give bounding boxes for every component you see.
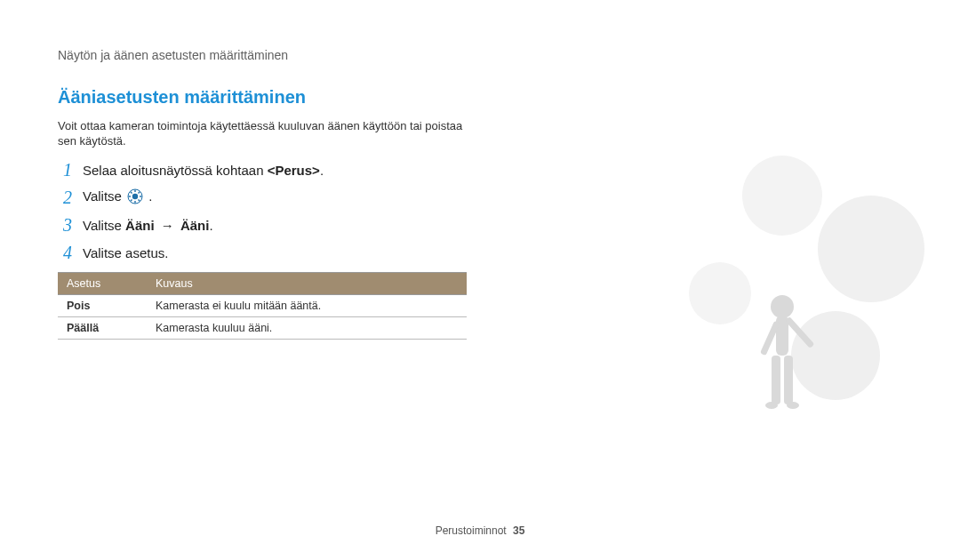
step-3: 3 Valitse Ääni → Ääni. [58, 215, 484, 236]
menu-path-b: Ääni [180, 218, 210, 233]
svg-line-21 [139, 192, 140, 194]
svg-line-19 [139, 199, 140, 201]
svg-point-10 [765, 402, 778, 409]
step-text: Valitse [83, 218, 125, 233]
svg-line-20 [131, 199, 132, 201]
step-target: <Perus> [268, 163, 320, 178]
settings-table: Asetus Kuvaus Pois Kamerasta ei kuulu mi… [58, 272, 467, 340]
cell-setting: Päällä [58, 316, 147, 339]
svg-line-18 [131, 192, 132, 194]
step-number: 2 [58, 188, 77, 208]
step-text-post: . [148, 188, 152, 204]
breadcrumb: Näytön ja äänen asetusten määrittäminen [58, 48, 902, 62]
step-text-post: . [320, 163, 324, 178]
cell-setting: Pois [58, 294, 147, 316]
intro-text: Voit ottaa kameran toimintoja käytettäes… [58, 119, 476, 149]
step-text-post: . [209, 218, 212, 233]
page-footer: Perustoiminnot 35 [0, 524, 960, 537]
cell-description: Kamerasta ei kuulu mitään ääntä. [147, 294, 467, 316]
menu-path-a: Ääni [125, 218, 155, 233]
step-text: Valitse asetus. [83, 245, 168, 260]
svg-point-13 [132, 194, 138, 199]
section-title: Ääniasetusten määrittäminen [58, 87, 902, 108]
svg-point-11 [787, 402, 799, 409]
table-row: Päällä Kamerasta kuuluu ääni. [58, 316, 467, 339]
step-number: 1 [58, 160, 77, 180]
col-setting: Asetus [58, 272, 147, 294]
col-description: Kuvaus [147, 272, 467, 294]
step-4: 4 Valitse asetus. [58, 243, 484, 263]
steps-list: 1 Selaa aloitusnäytössä kohtaan <Perus>.… [58, 160, 484, 263]
page-number: 35 [513, 524, 524, 537]
cell-description: Kamerasta kuuluu ääni. [147, 316, 467, 339]
arrow-icon: → [161, 218, 174, 233]
svg-rect-6 [772, 356, 780, 404]
gear-icon [127, 188, 143, 207]
step-number: 3 [58, 215, 77, 236]
table-row: Pois Kamerasta ei kuulu mitään ääntä. [58, 294, 467, 316]
step-text: Selaa aloitusnäytössä kohtaan [83, 163, 268, 178]
table-header-row: Asetus Kuvaus [58, 272, 467, 294]
step-number: 4 [58, 243, 77, 263]
step-1: 1 Selaa aloitusnäytössä kohtaan <Perus>. [58, 160, 484, 180]
svg-rect-7 [784, 356, 793, 404]
step-text: Valitse [83, 188, 125, 204]
step-2: 2 Valitse [58, 188, 484, 208]
footer-section: Perustoiminnot [436, 524, 507, 537]
